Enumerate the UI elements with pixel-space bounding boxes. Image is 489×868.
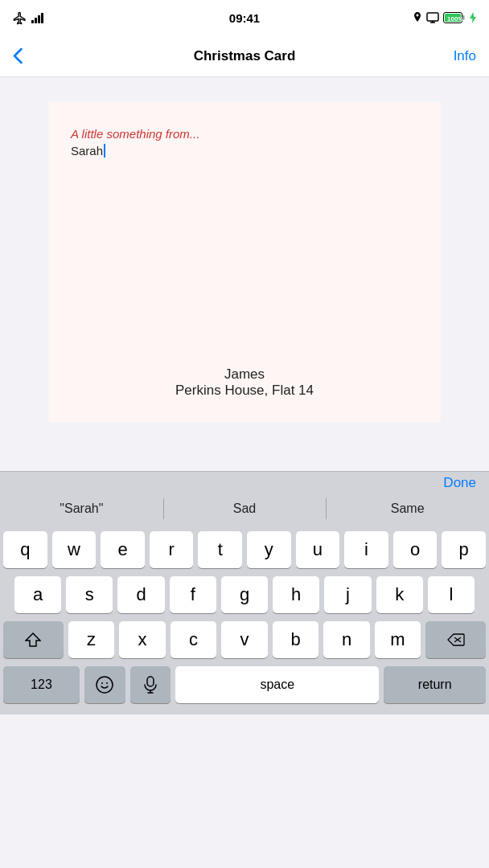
svg-rect-3: [41, 13, 43, 23]
keyboard: q w e r t y u i o p a s d f g h j k l z …: [0, 526, 489, 714]
svg-text:100%: 100%: [447, 15, 463, 23]
card-address-line1: Perkins House, Flat 14: [71, 383, 418, 399]
keyboard-row-1: q w e r t y u i o p: [3, 531, 486, 568]
svg-point-13: [106, 682, 108, 684]
delete-key[interactable]: [425, 621, 486, 658]
key-r[interactable]: r: [150, 531, 194, 568]
key-k[interactable]: k: [376, 576, 423, 613]
key-m[interactable]: m: [375, 621, 421, 658]
keyboard-row-bottom: 123 space return: [3, 666, 486, 703]
card-area: A little something from... Sarah James P…: [0, 77, 489, 471]
microphone-icon: [144, 676, 157, 694]
svg-rect-4: [427, 13, 438, 21]
key-q[interactable]: q: [3, 531, 47, 568]
svg-rect-2: [38, 15, 40, 23]
card: A little something from... Sarah James P…: [48, 101, 441, 423]
key-z[interactable]: z: [68, 621, 115, 658]
svg-rect-0: [31, 20, 34, 23]
suggestion-sarah[interactable]: "Sarah": [0, 491, 163, 526]
key-v[interactable]: v: [221, 621, 268, 658]
svg-point-11: [97, 677, 113, 693]
key-j[interactable]: j: [324, 576, 371, 613]
charging-icon: [470, 12, 476, 23]
key-c[interactable]: c: [171, 621, 217, 658]
key-w[interactable]: w: [52, 531, 97, 568]
key-l[interactable]: l: [428, 576, 475, 613]
space-key[interactable]: space: [175, 666, 379, 703]
status-bar: 09:41 100%: [0, 0, 489, 35]
text-cursor: [104, 144, 105, 158]
keyboard-row-3: z x c v b n m: [3, 621, 486, 658]
card-address: James Perkins House, Flat 14: [71, 302, 418, 399]
location-icon: [413, 12, 422, 23]
page-title: Christmas Card: [194, 48, 296, 64]
key-y[interactable]: y: [247, 531, 291, 568]
microphone-key[interactable]: [130, 666, 171, 703]
nav-bar: Christmas Card Info: [0, 35, 489, 77]
key-b[interactable]: b: [273, 621, 319, 658]
emoji-icon: [95, 675, 114, 694]
suggestion-same[interactable]: Same: [326, 491, 489, 526]
key-g[interactable]: g: [221, 576, 268, 613]
back-button[interactable]: [13, 47, 23, 64]
key-e[interactable]: e: [101, 531, 145, 568]
key-t[interactable]: t: [198, 531, 242, 568]
card-name-row: Sarah: [71, 142, 418, 159]
card-top: A little something from... Sarah: [71, 125, 418, 159]
key-s[interactable]: s: [66, 576, 113, 613]
card-address-name: James: [71, 366, 418, 383]
status-left: [13, 11, 46, 25]
card-name[interactable]: Sarah: [71, 142, 103, 159]
key-h[interactable]: h: [273, 576, 319, 613]
key-o[interactable]: o: [393, 531, 438, 568]
status-right: 100%: [413, 12, 476, 23]
key-p[interactable]: p: [442, 531, 486, 568]
status-time: 09:41: [229, 11, 260, 25]
key-f[interactable]: f: [170, 576, 216, 613]
autocorrect-bar: "Sarah" Sad Same: [0, 491, 489, 526]
emoji-key[interactable]: [84, 666, 125, 703]
done-button[interactable]: Done: [443, 475, 476, 491]
key-a[interactable]: a: [14, 576, 61, 613]
card-from-text: A little something from...: [71, 125, 418, 142]
shift-key[interactable]: [3, 621, 64, 658]
svg-point-12: [101, 682, 103, 684]
svg-rect-14: [147, 677, 154, 686]
airplane-icon: [13, 11, 27, 25]
return-key[interactable]: return: [384, 666, 486, 703]
battery-icon: 100%: [443, 12, 466, 23]
svg-rect-1: [35, 18, 37, 23]
key-x[interactable]: x: [119, 621, 166, 658]
numbers-key[interactable]: 123: [3, 666, 80, 703]
key-u[interactable]: u: [296, 531, 340, 568]
signal-icon: [31, 13, 46, 23]
suggestion-sad[interactable]: Sad: [163, 491, 327, 526]
key-i[interactable]: i: [344, 531, 388, 568]
shift-icon: [25, 633, 41, 647]
screen-mirror-icon: [426, 12, 439, 23]
key-n[interactable]: n: [323, 621, 370, 658]
info-button[interactable]: Info: [454, 48, 476, 64]
keyboard-row-2: a s d f g h j k l: [3, 576, 486, 613]
key-d[interactable]: d: [117, 576, 164, 613]
delete-icon: [447, 633, 465, 646]
